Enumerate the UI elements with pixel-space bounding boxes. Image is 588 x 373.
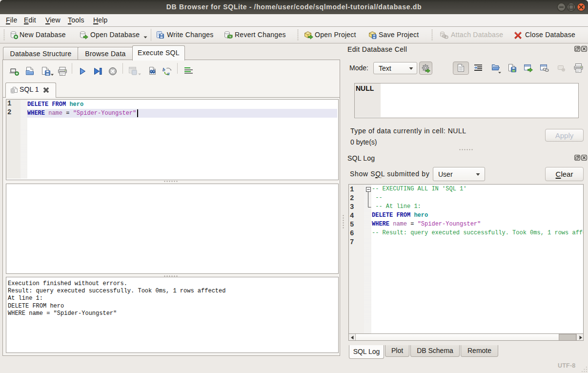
svg-text:a: a xyxy=(167,70,170,76)
svg-text:b: b xyxy=(162,66,165,72)
